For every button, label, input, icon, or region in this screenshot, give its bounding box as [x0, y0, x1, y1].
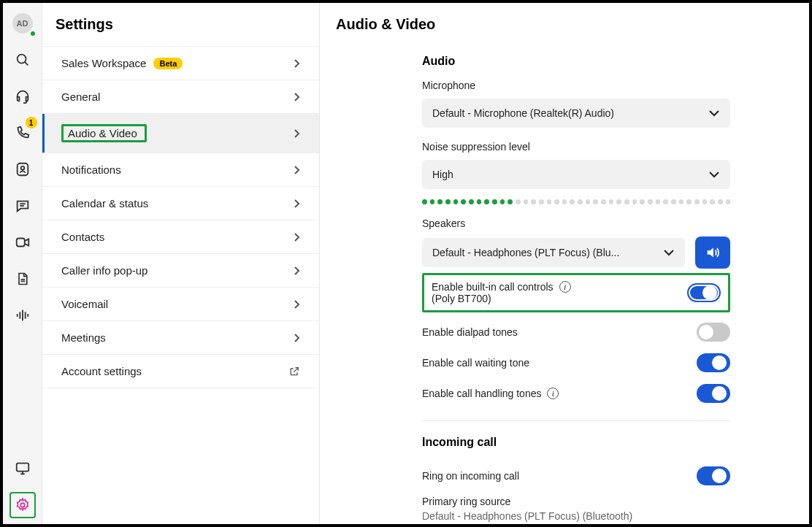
avatar-button[interactable]: AD: [9, 10, 36, 36]
info-icon[interactable]: i: [559, 281, 571, 293]
level-dot: [648, 199, 653, 204]
nav-item-account-settings[interactable]: Account settings: [42, 354, 319, 388]
chevron-right-icon: [293, 333, 300, 343]
ring-toggle[interactable]: [697, 466, 730, 485]
primary-ring-value: Default - Headphones (PLT Focus) (Blueto…: [422, 510, 730, 522]
level-dot: [694, 199, 700, 204]
microphone-level-meter: [422, 199, 730, 204]
audio-settings: Audio Microphone Default - Microphone (R…: [336, 55, 730, 522]
level-dot: [524, 199, 529, 204]
video-icon[interactable]: [9, 229, 36, 255]
nav-item-label: Audio & Video: [61, 124, 147, 142]
search-icon[interactable]: [9, 47, 36, 73]
callhandling-toggle[interactable]: [697, 384, 730, 403]
contacts-icon[interactable]: [9, 156, 36, 182]
nav-item-notifications[interactable]: Notifications: [42, 153, 319, 186]
level-dot: [477, 199, 482, 204]
level-dot: [437, 199, 443, 204]
svg-rect-14: [16, 463, 28, 472]
chevron-right-icon: [293, 299, 300, 309]
noise-select[interactable]: High: [422, 160, 730, 189]
main-panel: Audio & Video Audio Microphone Default -…: [320, 3, 809, 524]
nav-item-label: Caller info pop-up: [61, 264, 148, 277]
app-frame: AD 1: [0, 0, 812, 527]
nav-item-label: Sales Workspace: [61, 57, 146, 69]
level-dot: [686, 199, 692, 204]
level-dot: [500, 199, 505, 204]
document-icon[interactable]: [9, 266, 36, 292]
level-dot: [445, 199, 451, 204]
level-dot: [663, 199, 668, 204]
chevron-down-icon: [708, 109, 720, 117]
svg-point-0: [17, 55, 26, 64]
level-dot: [422, 199, 427, 204]
desktop-icon[interactable]: [9, 455, 36, 482]
level-dot: [453, 199, 459, 204]
section-incoming-call: Incoming call: [422, 436, 730, 449]
level-dot: [624, 199, 629, 204]
level-dot: [562, 199, 567, 204]
speakers-select[interactable]: Default - Headphones (PLT Focus) (Blu...: [422, 238, 685, 267]
level-dot: [640, 199, 645, 204]
builtin-toggle[interactable]: [687, 283, 721, 302]
settings-title: Settings: [42, 3, 319, 46]
audio-levels-icon[interactable]: [9, 302, 36, 328]
level-dot: [671, 199, 676, 204]
dialpad-toggle[interactable]: [697, 323, 730, 342]
level-dot: [601, 199, 606, 204]
level-dot: [710, 199, 715, 204]
level-dot: [539, 199, 544, 204]
svg-point-17: [20, 503, 25, 507]
nav-item-audio-video[interactable]: Audio & Video: [42, 113, 319, 153]
nav-item-contacts[interactable]: Contacts: [42, 220, 319, 253]
level-dot: [593, 199, 598, 204]
builtin-sub: (Poly BT700): [432, 293, 571, 304]
level-dot: [461, 199, 466, 204]
level-dot: [632, 199, 637, 204]
speakers-value: Default - Headphones (PLT Focus) (Blu...: [432, 247, 619, 258]
level-dot: [508, 199, 513, 204]
level-dot: [430, 199, 435, 204]
speakers-label: Speakers: [422, 218, 730, 229]
nav-item-calendar-status[interactable]: Calendar & status: [42, 186, 319, 220]
settings-icon[interactable]: [9, 492, 36, 518]
beta-badge: Beta: [153, 58, 183, 69]
nav-item-label: Calendar & status: [61, 197, 148, 209]
builtin-label: Enable built-in call controls: [432, 281, 554, 293]
level-dot: [718, 199, 723, 204]
headset-icon[interactable]: [9, 83, 36, 109]
test-speaker-button[interactable]: [695, 236, 730, 269]
nav-item-label: Voicemail: [61, 298, 108, 310]
microphone-value: Default - Microphone (Realtek(R) Audio): [432, 107, 614, 119]
callwaiting-label: Enable call waiting tone: [422, 357, 529, 369]
level-dot: [702, 199, 708, 204]
level-dot: [578, 199, 583, 204]
nav-item-general[interactable]: General: [42, 80, 319, 113]
phone-icon[interactable]: 1: [9, 120, 36, 146]
nav-item-label: General: [61, 91, 100, 103]
external-link-icon: [288, 366, 300, 377]
callwaiting-toggle[interactable]: [697, 353, 730, 372]
primary-ring-label: Primary ring source: [422, 496, 730, 507]
microphone-select[interactable]: Default - Microphone (Realtek(R) Audio): [422, 99, 730, 128]
chevron-right-icon: [293, 165, 300, 175]
level-dot: [554, 199, 559, 204]
nav-item-meetings[interactable]: Meetings: [42, 320, 319, 354]
phone-badge: 1: [26, 117, 37, 128]
chat-icon[interactable]: [9, 193, 36, 219]
chevron-down-icon: [708, 171, 720, 178]
nav-item-caller-info-popup[interactable]: Caller info pop-up: [42, 253, 319, 287]
divider: [422, 420, 730, 421]
microphone-label: Microphone: [422, 80, 730, 91]
info-icon[interactable]: i: [547, 388, 559, 399]
chevron-right-icon: [293, 232, 300, 242]
nav-item-label: Contacts: [61, 231, 104, 243]
nav-item-sales-workspace[interactable]: Sales Workspace Beta: [42, 46, 319, 80]
nav-item-voicemail[interactable]: Voicemail: [42, 287, 319, 320]
page-title: Audio & Video: [336, 16, 780, 33]
level-dot: [516, 199, 521, 204]
level-dot: [616, 199, 621, 204]
chevron-right-icon: [293, 92, 300, 102]
ring-label: Ring on incoming call: [422, 470, 519, 482]
chevron-right-icon: [293, 266, 300, 276]
